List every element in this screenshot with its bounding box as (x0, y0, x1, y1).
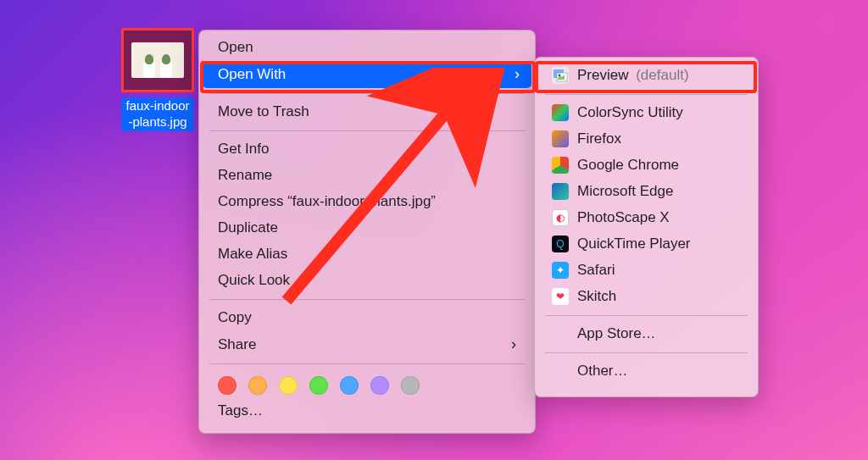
menu-separator (545, 94, 748, 95)
submenu-item-firefox[interactable]: Firefox (535, 126, 758, 152)
menu-separator (209, 299, 525, 300)
tag-blue[interactable] (340, 376, 359, 395)
menu-item-label: Duplicate (218, 219, 278, 236)
desktop-file[interactable]: faux-indoor-plants.jpg (121, 28, 194, 131)
submenu-item-other[interactable]: Other… (535, 358, 758, 385)
tag-green[interactable] (309, 376, 328, 395)
file-thumbnail (121, 28, 194, 92)
menu-item-make-alias[interactable]: Make Alias (199, 241, 535, 268)
tag-purple[interactable] (370, 376, 389, 395)
menu-item-label: Rename (218, 167, 272, 184)
submenu-item-photoscape[interactable]: ◐ PhotoScape X (535, 205, 758, 231)
menu-item-label: Tags… (218, 402, 263, 419)
menu-item-copy[interactable]: Copy (199, 305, 535, 331)
menu-item-compress[interactable]: Compress “faux-indoor-plants.jpg” (199, 189, 535, 215)
default-suffix: (default) (636, 67, 688, 83)
chevron-right-icon: › (515, 65, 520, 83)
menu-item-label: Get Info (218, 141, 269, 158)
menu-item-label: Quick Look (218, 272, 290, 289)
submenu-item-edge[interactable]: Microsoft Edge (535, 179, 758, 205)
menu-item-label: Share (218, 336, 256, 353)
menu-item-tags[interactable]: Tags… (199, 398, 535, 424)
colorsync-app-icon (552, 104, 569, 121)
menu-separator (545, 352, 748, 353)
photoscape-app-icon: ◐ (552, 209, 569, 226)
submenu-item-label: Safari (577, 262, 741, 279)
menu-item-label: Make Alias (218, 246, 287, 263)
menu-separator (209, 363, 525, 364)
menu-item-open-with[interactable]: Open With › (203, 61, 531, 88)
submenu-item-quicktime[interactable]: Q QuickTime Player (535, 231, 758, 258)
quicktime-app-icon: Q (552, 236, 569, 252)
context-menu: Open Open With › Move to Trash Get Info … (198, 30, 536, 434)
tag-orange[interactable] (248, 376, 267, 395)
skitch-app-icon: ❤ (552, 288, 569, 305)
open-with-submenu: Preview (default) ColorSync Utility Fire… (534, 57, 759, 397)
file-name-label: faux-indoor-plants.jpg (121, 97, 194, 131)
menu-item-label: Open (218, 39, 253, 56)
preview-app-icon (552, 67, 569, 84)
submenu-item-safari[interactable]: ✦ Safari (535, 258, 758, 284)
submenu-item-preview-default[interactable]: Preview (default) (535, 63, 758, 89)
submenu-item-app-store[interactable]: App Store… (535, 321, 758, 347)
tag-color-row (199, 369, 535, 398)
menu-item-label: Copy (218, 309, 252, 326)
menu-separator (209, 93, 525, 94)
menu-item-label: Compress “faux-indoor-plants.jpg” (218, 193, 436, 210)
edge-app-icon (552, 183, 569, 200)
desktop[interactable]: faux-indoor-plants.jpg Open Open With › … (0, 0, 868, 460)
submenu-item-label: Skitch (577, 288, 741, 305)
menu-item-move-to-trash[interactable]: Move to Trash (199, 99, 535, 125)
submenu-item-label: Google Chrome (577, 157, 741, 174)
submenu-item-label: ColorSync Utility (577, 104, 741, 121)
safari-app-icon: ✦ (552, 262, 569, 279)
menu-item-rename[interactable]: Rename (199, 163, 535, 189)
menu-separator (545, 315, 748, 316)
submenu-item-label: App Store… (577, 325, 741, 342)
chevron-right-icon: › (511, 335, 516, 353)
submenu-item-label: Preview (default) (577, 67, 741, 84)
tag-yellow[interactable] (279, 376, 298, 395)
menu-item-get-info[interactable]: Get Info (199, 136, 535, 163)
tag-gray[interactable] (401, 376, 420, 395)
submenu-item-label: Other… (577, 363, 741, 380)
submenu-item-label: QuickTime Player (577, 236, 741, 252)
submenu-item-label: Firefox (577, 130, 741, 147)
submenu-item-colorsync[interactable]: ColorSync Utility (535, 100, 758, 126)
firefox-app-icon (552, 130, 569, 147)
file-thumbnail-image (131, 42, 184, 78)
submenu-item-label: Microsoft Edge (577, 183, 741, 200)
menu-item-label: Open With (218, 66, 286, 83)
tag-red[interactable] (218, 376, 236, 395)
submenu-item-label: PhotoScape X (577, 209, 741, 226)
menu-item-label: Move to Trash (218, 103, 309, 120)
menu-item-share[interactable]: Share › (199, 331, 535, 358)
menu-item-duplicate[interactable]: Duplicate (199, 215, 535, 241)
menu-separator (209, 130, 525, 131)
menu-item-open[interactable]: Open (199, 35, 535, 61)
submenu-item-chrome[interactable]: Google Chrome (535, 152, 758, 179)
submenu-item-skitch[interactable]: ❤ Skitch (535, 284, 758, 310)
chrome-app-icon (552, 157, 569, 174)
menu-item-quick-look[interactable]: Quick Look (199, 268, 535, 294)
